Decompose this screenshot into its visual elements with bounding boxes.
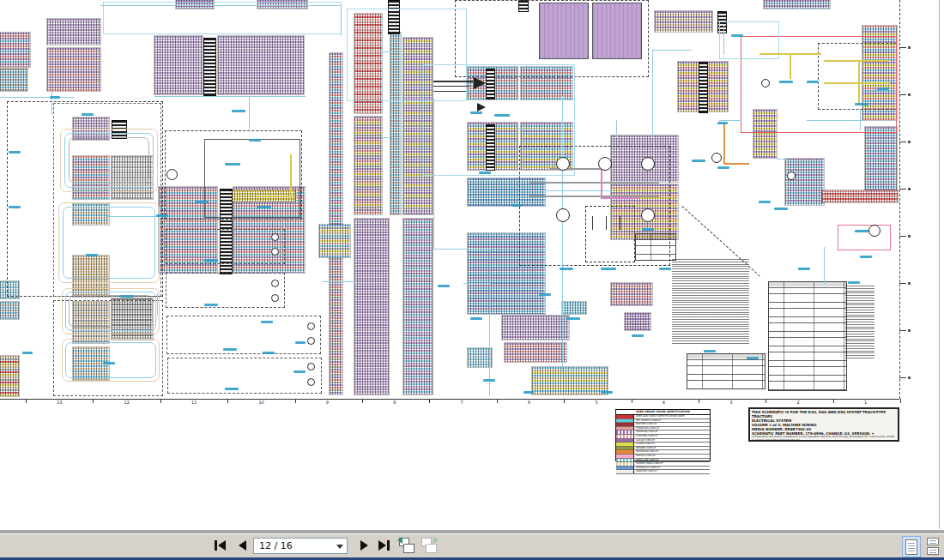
legend-color-swatch xyxy=(616,443,634,446)
wire-bundle xyxy=(47,48,100,91)
component-circle xyxy=(307,337,315,345)
zone-tick xyxy=(899,283,906,284)
component-label xyxy=(470,111,482,114)
legend-row-label: SOLENOID CIRCUIT xyxy=(634,450,710,454)
previous-view-button[interactable] xyxy=(396,537,417,555)
legend-row-label: WIRE AND CABLE IDENTIFICATION CODE xyxy=(634,415,710,418)
legend-row-label: GAUGE CIRCUIT xyxy=(634,439,710,443)
component-label xyxy=(774,208,788,210)
component-circle xyxy=(598,157,612,171)
first-page-icon xyxy=(218,540,226,551)
legend-color-swatch xyxy=(616,439,634,443)
ruler-tick xyxy=(765,399,766,403)
component-label xyxy=(692,160,705,162)
wire-bundle xyxy=(47,19,100,45)
legend-row-label: LIGHTING CIRCUIT xyxy=(634,435,710,438)
zone-mark xyxy=(908,235,911,238)
wire-segment xyxy=(463,283,489,284)
schematic-box xyxy=(167,358,322,394)
component-circle xyxy=(711,153,722,163)
wire-segment xyxy=(322,281,356,282)
component-label xyxy=(232,110,245,112)
schematic-table xyxy=(635,233,676,261)
legend-row-label: CHARGING CIRCUIT xyxy=(634,427,710,431)
previous-page-button[interactable] xyxy=(235,537,249,554)
last-page-button[interactable] xyxy=(376,537,393,554)
notes-text-block xyxy=(672,259,749,345)
wire-segment xyxy=(100,5,341,6)
zone-tick xyxy=(899,94,906,95)
page-border xyxy=(899,0,900,399)
continuous-view-icon-top xyxy=(927,538,939,545)
continuous-top-lines xyxy=(929,540,936,544)
component-label xyxy=(249,139,261,142)
component-label xyxy=(632,334,644,337)
component-circle xyxy=(761,79,770,87)
ruler-tick xyxy=(632,399,632,403)
first-page-button[interactable] xyxy=(211,537,228,554)
continuous-view-button[interactable] xyxy=(925,536,942,557)
zone-tick xyxy=(899,189,906,190)
ruler-tick xyxy=(564,399,565,403)
ruler-tick xyxy=(362,399,363,403)
ruler-zone-number: 6 xyxy=(528,400,530,405)
wire-bundle xyxy=(562,302,586,314)
next-page-button[interactable] xyxy=(357,537,371,554)
wire-bundle xyxy=(865,127,897,199)
component-label xyxy=(204,304,218,306)
ruler-tick xyxy=(429,399,430,403)
component-label xyxy=(855,103,868,105)
legend-row-label: GROUND CIRCUIT xyxy=(634,470,710,473)
wire-bundle xyxy=(764,0,830,9)
single-page-view-button[interactable] xyxy=(902,536,921,557)
wire-segment xyxy=(601,197,638,199)
legend-row-label: POWER TRAIN CIRCUIT xyxy=(634,462,710,466)
component-label xyxy=(877,87,889,90)
wire-bundle xyxy=(822,190,898,202)
page-number-combobox[interactable]: 12 / 16 xyxy=(253,538,348,554)
schematic-box xyxy=(585,206,635,262)
legend-color-swatch xyxy=(616,415,634,418)
component-label xyxy=(601,391,613,394)
wire-segment xyxy=(723,124,725,165)
wire-segment xyxy=(0,97,74,98)
next-view-button[interactable] xyxy=(419,537,439,555)
legend-row-label: KEY SWITCH CIRCUIT xyxy=(634,419,710,423)
wire-segment xyxy=(0,399,899,400)
component-circle xyxy=(307,378,315,386)
wire-bundle xyxy=(0,356,19,396)
notes-text-block xyxy=(845,286,874,359)
component-label xyxy=(511,204,522,207)
component-label xyxy=(120,295,134,298)
legend-color-swatch xyxy=(616,427,634,431)
zone-mark xyxy=(908,46,911,49)
wire-bundle xyxy=(785,159,824,205)
wire-bundle xyxy=(0,69,27,91)
component-label xyxy=(731,34,743,37)
component-label xyxy=(759,201,771,203)
wire-segment xyxy=(723,163,749,165)
wire-bundle xyxy=(403,219,433,394)
component-label xyxy=(22,352,33,354)
component-label xyxy=(747,357,759,359)
combobox-dropdown-arrow-icon[interactable] xyxy=(336,545,343,549)
wire-segment xyxy=(549,168,601,170)
wire-bundle xyxy=(354,117,382,214)
component-label xyxy=(523,391,534,394)
component-label xyxy=(798,268,810,270)
ruler-zone-number: 2 xyxy=(797,400,800,405)
wire-segment xyxy=(51,91,52,115)
component-label xyxy=(483,379,495,382)
component-circle xyxy=(271,280,279,287)
wire-segment xyxy=(790,53,791,79)
component-label xyxy=(438,285,450,287)
schematic-box xyxy=(166,273,285,308)
legend-color-swatch xyxy=(616,470,634,473)
component-circle xyxy=(271,294,279,302)
ruler-zone-number: 8 xyxy=(393,400,396,405)
next-page-icon xyxy=(360,540,368,551)
zone-tick xyxy=(899,47,906,48)
wire-segment xyxy=(530,182,659,184)
legend-row: GROUND CIRCUIT xyxy=(616,470,710,474)
ruler-tick xyxy=(227,399,228,403)
